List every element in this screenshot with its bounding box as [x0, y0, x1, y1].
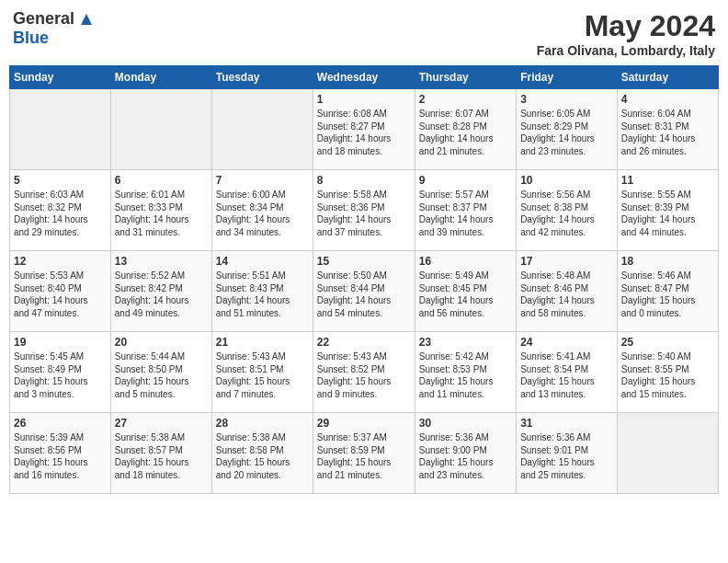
day-number: 7	[216, 174, 309, 187]
day-header-sunday: Sunday	[10, 66, 111, 89]
day-number: 26	[14, 417, 107, 430]
day-info: Sunrise: 5:48 AMSunset: 8:46 PMDaylight:…	[520, 270, 613, 319]
calendar-cell: 7Sunrise: 6:00 AMSunset: 8:34 PMDaylight…	[211, 170, 313, 251]
week-row-5: 26Sunrise: 5:39 AMSunset: 8:56 PMDayligh…	[10, 413, 719, 494]
day-info: Sunrise: 5:37 AMSunset: 8:59 PMDaylight:…	[317, 431, 411, 481]
header: General Blue May 2024 Fara Olivana, Lomb…	[9, 9, 719, 58]
day-info: Sunrise: 5:52 AMSunset: 8:42 PMDaylight:…	[115, 270, 208, 319]
day-number: 11	[621, 174, 714, 187]
day-number: 9	[419, 174, 512, 187]
day-number: 25	[621, 336, 714, 349]
calendar-cell: 11Sunrise: 5:55 AMSunset: 8:39 PMDayligh…	[617, 170, 718, 251]
week-row-3: 12Sunrise: 5:53 AMSunset: 8:40 PMDayligh…	[10, 251, 719, 332]
logo-general-text: General	[13, 9, 74, 28]
day-info: Sunrise: 5:41 AMSunset: 8:54 PMDaylight:…	[520, 350, 613, 400]
calendar-cell: 15Sunrise: 5:50 AMSunset: 8:44 PMDayligh…	[313, 251, 415, 332]
calendar-cell: 19Sunrise: 5:45 AMSunset: 8:49 PMDayligh…	[10, 332, 111, 413]
svg-marker-0	[81, 14, 92, 25]
day-number: 19	[14, 336, 107, 349]
day-number: 15	[317, 255, 411, 268]
calendar-table: SundayMondayTuesdayWednesdayThursdayFrid…	[9, 65, 719, 494]
day-info: Sunrise: 5:53 AMSunset: 8:40 PMDaylight:…	[14, 270, 107, 319]
day-info: Sunrise: 5:55 AMSunset: 8:39 PMDaylight:…	[621, 189, 714, 238]
calendar-cell: 25Sunrise: 5:40 AMSunset: 8:55 PMDayligh…	[617, 332, 718, 413]
day-number: 13	[115, 255, 208, 268]
calendar-cell: 3Sunrise: 6:05 AMSunset: 8:29 PMDaylight…	[517, 89, 618, 170]
calendar-cell: 20Sunrise: 5:44 AMSunset: 8:50 PMDayligh…	[110, 332, 211, 413]
day-number: 3	[520, 93, 613, 106]
logo: General Blue	[13, 9, 94, 48]
day-number: 4	[621, 93, 714, 106]
day-info: Sunrise: 5:46 AMSunset: 8:47 PMDaylight:…	[621, 270, 714, 319]
day-info: Sunrise: 6:01 AMSunset: 8:33 PMDaylight:…	[115, 189, 208, 238]
day-info: Sunrise: 5:43 AMSunset: 8:51 PMDaylight:…	[216, 350, 309, 400]
day-info: Sunrise: 5:40 AMSunset: 8:55 PMDaylight:…	[621, 350, 714, 400]
calendar-cell	[617, 413, 718, 494]
day-number: 27	[115, 417, 208, 430]
calendar-cell: 6Sunrise: 6:01 AMSunset: 8:33 PMDaylight…	[110, 170, 211, 251]
day-info: Sunrise: 6:00 AMSunset: 8:34 PMDaylight:…	[216, 189, 309, 238]
calendar-cell: 14Sunrise: 5:51 AMSunset: 8:43 PMDayligh…	[211, 251, 313, 332]
day-header-monday: Monday	[110, 66, 211, 89]
week-row-1: 1Sunrise: 6:08 AMSunset: 8:27 PMDaylight…	[10, 89, 719, 170]
day-number: 10	[520, 174, 613, 187]
calendar-cell: 18Sunrise: 5:46 AMSunset: 8:47 PMDayligh…	[617, 251, 718, 332]
day-number: 14	[216, 255, 309, 268]
day-info: Sunrise: 6:08 AMSunset: 8:27 PMDaylight:…	[317, 108, 411, 157]
day-info: Sunrise: 5:50 AMSunset: 8:44 PMDaylight:…	[317, 270, 411, 319]
day-number: 28	[216, 417, 309, 430]
days-header-row: SundayMondayTuesdayWednesdayThursdayFrid…	[10, 66, 719, 89]
day-info: Sunrise: 6:03 AMSunset: 8:32 PMDaylight:…	[14, 189, 107, 238]
day-number: 20	[115, 336, 208, 349]
week-row-4: 19Sunrise: 5:45 AMSunset: 8:49 PMDayligh…	[10, 332, 719, 413]
calendar-cell: 23Sunrise: 5:42 AMSunset: 8:53 PMDayligh…	[415, 332, 516, 413]
calendar-cell: 8Sunrise: 5:58 AMSunset: 8:36 PMDaylight…	[313, 170, 415, 251]
calendar-cell: 24Sunrise: 5:41 AMSunset: 8:54 PMDayligh…	[517, 332, 618, 413]
day-number: 6	[115, 174, 208, 187]
day-info: Sunrise: 6:05 AMSunset: 8:29 PMDaylight:…	[520, 108, 613, 157]
day-info: Sunrise: 6:07 AMSunset: 8:28 PMDaylight:…	[419, 108, 512, 157]
title-location: Fara Olivana, Lombardy, Italy	[537, 43, 715, 58]
day-info: Sunrise: 5:51 AMSunset: 8:43 PMDaylight:…	[216, 270, 309, 319]
day-number: 5	[14, 174, 107, 187]
calendar-cell: 26Sunrise: 5:39 AMSunset: 8:56 PMDayligh…	[10, 413, 111, 494]
title-month: May 2024	[537, 9, 715, 43]
day-header-tuesday: Tuesday	[211, 66, 313, 89]
day-info: Sunrise: 5:42 AMSunset: 8:53 PMDaylight:…	[419, 350, 512, 400]
day-number: 12	[14, 255, 107, 268]
day-info: Sunrise: 5:49 AMSunset: 8:45 PMDaylight:…	[419, 270, 512, 319]
logo-blue-text	[74, 9, 94, 28]
calendar-cell: 4Sunrise: 6:04 AMSunset: 8:31 PMDaylight…	[617, 89, 718, 170]
calendar-cell: 5Sunrise: 6:03 AMSunset: 8:32 PMDaylight…	[10, 170, 111, 251]
day-number: 24	[520, 336, 613, 349]
day-header-saturday: Saturday	[617, 66, 718, 89]
day-number: 23	[419, 336, 512, 349]
calendar-cell	[110, 89, 211, 170]
calendar-cell: 17Sunrise: 5:48 AMSunset: 8:46 PMDayligh…	[517, 251, 618, 332]
calendar-cell: 21Sunrise: 5:43 AMSunset: 8:51 PMDayligh…	[211, 332, 313, 413]
calendar-cell: 30Sunrise: 5:36 AMSunset: 9:00 PMDayligh…	[415, 413, 516, 494]
calendar-cell: 13Sunrise: 5:52 AMSunset: 8:42 PMDayligh…	[110, 251, 211, 332]
day-info: Sunrise: 5:43 AMSunset: 8:52 PMDaylight:…	[317, 350, 411, 400]
day-number: 22	[317, 336, 411, 349]
day-header-friday: Friday	[517, 66, 618, 89]
logo-line1: General	[13, 9, 94, 29]
logo-blue-label: Blue	[13, 29, 49, 47]
calendar-cell	[10, 89, 111, 170]
calendar-cell: 31Sunrise: 5:36 AMSunset: 9:01 PMDayligh…	[517, 413, 618, 494]
day-number: 29	[317, 417, 411, 430]
calendar-cell: 22Sunrise: 5:43 AMSunset: 8:52 PMDayligh…	[313, 332, 415, 413]
day-number: 21	[216, 336, 309, 349]
day-number: 17	[520, 255, 613, 268]
day-number: 30	[419, 417, 512, 430]
day-number: 2	[419, 93, 512, 106]
day-info: Sunrise: 5:45 AMSunset: 8:49 PMDaylight:…	[14, 350, 107, 400]
day-info: Sunrise: 5:56 AMSunset: 8:38 PMDaylight:…	[520, 189, 613, 238]
day-info: Sunrise: 5:38 AMSunset: 8:57 PMDaylight:…	[115, 431, 208, 481]
day-header-thursday: Thursday	[415, 66, 516, 89]
day-info: Sunrise: 5:58 AMSunset: 8:36 PMDaylight:…	[317, 189, 411, 238]
day-info: Sunrise: 5:38 AMSunset: 8:58 PMDaylight:…	[216, 431, 309, 481]
logo-triangle-icon	[80, 13, 93, 26]
day-number: 31	[520, 417, 613, 430]
logo-blue-line: Blue	[13, 29, 49, 48]
